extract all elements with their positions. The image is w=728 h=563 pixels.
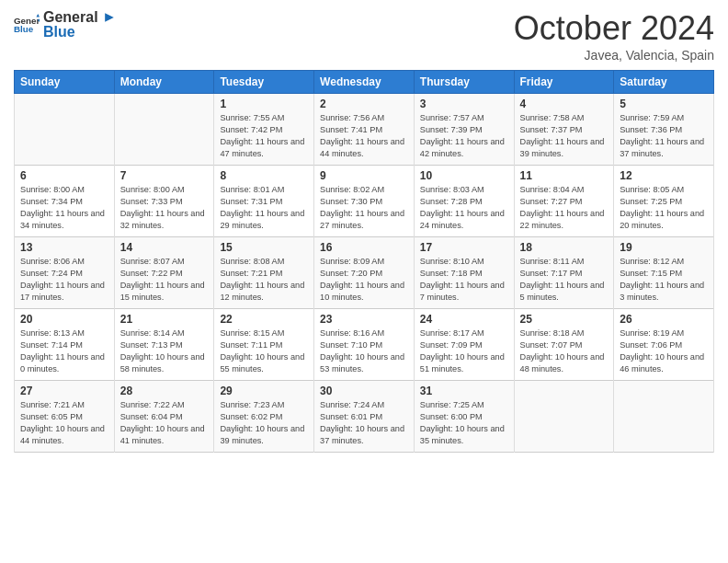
day-cell: 17Sunrise: 8:10 AM Sunset: 7:18 PM Dayli… [414, 237, 514, 309]
day-info: Sunrise: 8:02 AM Sunset: 7:30 PM Dayligh… [320, 184, 408, 232]
calendar-header: SundayMondayTuesdayWednesdayThursdayFrid… [15, 71, 714, 94]
title-block: October 2024 Javea, Valencia, Spain [514, 9, 714, 63]
week-row-4: 20Sunrise: 8:13 AM Sunset: 7:14 PM Dayli… [15, 309, 714, 381]
day-cell: 9Sunrise: 8:02 AM Sunset: 7:30 PM Daylig… [314, 166, 415, 237]
day-number: 28 [120, 385, 209, 397]
day-number: 15 [220, 241, 308, 254]
day-info: Sunrise: 7:24 AM Sunset: 6:01 PM Dayligh… [320, 399, 408, 447]
day-cell: 8Sunrise: 8:01 AM Sunset: 7:31 PM Daylig… [214, 166, 314, 237]
day-info: Sunrise: 8:14 AM Sunset: 7:13 PM Dayligh… [120, 327, 209, 375]
day-number: 29 [220, 385, 308, 397]
page: General Blue General Blue October 2024 J… [0, 0, 728, 563]
day-number: 24 [420, 313, 508, 326]
day-number: 6 [20, 169, 108, 182]
day-info: Sunrise: 8:08 AM Sunset: 7:21 PM Dayligh… [220, 256, 308, 304]
day-number: 13 [20, 241, 108, 254]
day-cell: 26Sunrise: 8:19 AM Sunset: 7:06 PM Dayli… [614, 309, 714, 381]
day-number: 8 [220, 169, 308, 182]
day-info: Sunrise: 8:15 AM Sunset: 7:11 PM Dayligh… [220, 327, 308, 375]
logo-arrow-icon [102, 10, 117, 25]
day-cell: 4Sunrise: 7:58 AM Sunset: 7:37 PM Daylig… [514, 94, 614, 166]
header-cell-monday: Monday [114, 71, 214, 94]
day-number: 7 [120, 169, 209, 182]
day-info: Sunrise: 8:07 AM Sunset: 7:22 PM Dayligh… [120, 256, 209, 304]
svg-marker-4 [105, 13, 114, 22]
week-row-2: 6Sunrise: 8:00 AM Sunset: 7:34 PM Daylig… [15, 166, 714, 237]
day-cell: 11Sunrise: 8:04 AM Sunset: 7:27 PM Dayli… [514, 166, 614, 237]
day-number: 23 [320, 313, 408, 326]
day-info: Sunrise: 8:17 AM Sunset: 7:09 PM Dayligh… [420, 327, 508, 375]
header-row: SundayMondayTuesdayWednesdayThursdayFrid… [15, 71, 714, 94]
day-number: 27 [20, 385, 108, 397]
day-cell [514, 381, 614, 453]
day-cell: 23Sunrise: 8:16 AM Sunset: 7:10 PM Dayli… [314, 309, 415, 381]
day-info: Sunrise: 7:25 AM Sunset: 6:00 PM Dayligh… [420, 399, 508, 447]
day-cell: 13Sunrise: 8:06 AM Sunset: 7:24 PM Dayli… [15, 237, 115, 309]
day-cell: 27Sunrise: 7:21 AM Sunset: 6:05 PM Dayli… [15, 381, 115, 453]
day-number: 9 [320, 169, 408, 182]
day-info: Sunrise: 8:09 AM Sunset: 7:20 PM Dayligh… [320, 256, 408, 304]
day-cell: 19Sunrise: 8:12 AM Sunset: 7:15 PM Dayli… [614, 237, 714, 309]
day-number: 30 [320, 385, 408, 397]
day-info: Sunrise: 8:19 AM Sunset: 7:06 PM Dayligh… [620, 327, 708, 375]
day-number: 19 [620, 241, 708, 254]
day-number: 17 [420, 241, 508, 254]
day-number: 10 [420, 169, 508, 182]
day-cell: 25Sunrise: 8:18 AM Sunset: 7:07 PM Dayli… [514, 309, 614, 381]
day-cell: 20Sunrise: 8:13 AM Sunset: 7:14 PM Dayli… [15, 309, 115, 381]
day-info: Sunrise: 8:10 AM Sunset: 7:18 PM Dayligh… [420, 256, 508, 304]
day-cell: 3Sunrise: 7:57 AM Sunset: 7:39 PM Daylig… [414, 94, 514, 166]
location-subtitle: Javea, Valencia, Spain [514, 48, 714, 63]
day-cell: 30Sunrise: 7:24 AM Sunset: 6:01 PM Dayli… [314, 381, 415, 453]
day-cell: 10Sunrise: 8:03 AM Sunset: 7:28 PM Dayli… [414, 166, 514, 237]
day-info: Sunrise: 8:00 AM Sunset: 7:34 PM Dayligh… [20, 184, 108, 232]
day-number: 1 [220, 98, 308, 110]
day-info: Sunrise: 7:59 AM Sunset: 7:36 PM Dayligh… [620, 112, 708, 160]
header-cell-friday: Friday [514, 71, 614, 94]
day-cell: 24Sunrise: 8:17 AM Sunset: 7:09 PM Dayli… [414, 309, 514, 381]
day-cell [114, 94, 214, 166]
week-row-1: 1Sunrise: 7:55 AM Sunset: 7:42 PM Daylig… [15, 94, 714, 166]
calendar-table: SundayMondayTuesdayWednesdayThursdayFrid… [14, 70, 714, 453]
day-number: 21 [120, 313, 209, 326]
day-info: Sunrise: 7:21 AM Sunset: 6:05 PM Dayligh… [20, 399, 108, 447]
day-cell: 2Sunrise: 7:56 AM Sunset: 7:41 PM Daylig… [314, 94, 415, 166]
day-cell [614, 381, 714, 453]
day-info: Sunrise: 8:18 AM Sunset: 7:07 PM Dayligh… [520, 327, 609, 375]
header-cell-tuesday: Tuesday [214, 71, 314, 94]
week-row-3: 13Sunrise: 8:06 AM Sunset: 7:24 PM Dayli… [15, 237, 714, 309]
day-number: 20 [20, 313, 108, 326]
day-info: Sunrise: 7:22 AM Sunset: 6:04 PM Dayligh… [120, 399, 209, 447]
header-cell-wednesday: Wednesday [314, 71, 415, 94]
day-info: Sunrise: 8:11 AM Sunset: 7:17 PM Dayligh… [520, 256, 609, 304]
day-info: Sunrise: 7:56 AM Sunset: 7:41 PM Dayligh… [320, 112, 408, 160]
day-info: Sunrise: 7:57 AM Sunset: 7:39 PM Dayligh… [420, 112, 508, 160]
day-info: Sunrise: 8:01 AM Sunset: 7:31 PM Dayligh… [220, 184, 308, 232]
day-number: 16 [320, 241, 408, 254]
day-info: Sunrise: 7:55 AM Sunset: 7:42 PM Dayligh… [220, 112, 308, 160]
day-cell: 16Sunrise: 8:09 AM Sunset: 7:20 PM Dayli… [314, 237, 415, 309]
logo-blue: Blue [43, 24, 117, 40]
day-number: 4 [520, 98, 609, 110]
day-cell: 14Sunrise: 8:07 AM Sunset: 7:22 PM Dayli… [114, 237, 214, 309]
day-number: 3 [420, 98, 508, 110]
day-cell [15, 94, 115, 166]
day-info: Sunrise: 8:13 AM Sunset: 7:14 PM Dayligh… [20, 327, 108, 375]
day-cell: 29Sunrise: 7:23 AM Sunset: 6:02 PM Dayli… [214, 381, 314, 453]
day-info: Sunrise: 8:04 AM Sunset: 7:27 PM Dayligh… [520, 184, 609, 232]
day-cell: 22Sunrise: 8:15 AM Sunset: 7:11 PM Dayli… [214, 309, 314, 381]
header-cell-sunday: Sunday [15, 71, 115, 94]
day-cell: 21Sunrise: 8:14 AM Sunset: 7:13 PM Dayli… [114, 309, 214, 381]
day-number: 26 [620, 313, 708, 326]
day-cell: 18Sunrise: 8:11 AM Sunset: 7:17 PM Dayli… [514, 237, 614, 309]
week-row-5: 27Sunrise: 7:21 AM Sunset: 6:05 PM Dayli… [15, 381, 714, 453]
day-cell: 15Sunrise: 8:08 AM Sunset: 7:21 PM Dayli… [214, 237, 314, 309]
day-info: Sunrise: 8:00 AM Sunset: 7:33 PM Dayligh… [120, 184, 209, 232]
day-cell: 12Sunrise: 8:05 AM Sunset: 7:25 PM Dayli… [614, 166, 714, 237]
svg-text:Blue: Blue [14, 24, 34, 34]
day-number: 12 [620, 169, 708, 182]
day-cell: 31Sunrise: 7:25 AM Sunset: 6:00 PM Dayli… [414, 381, 514, 453]
day-info: Sunrise: 8:05 AM Sunset: 7:25 PM Dayligh… [620, 184, 708, 232]
day-info: Sunrise: 8:06 AM Sunset: 7:24 PM Dayligh… [20, 256, 108, 304]
logo: General Blue General Blue [14, 9, 117, 40]
